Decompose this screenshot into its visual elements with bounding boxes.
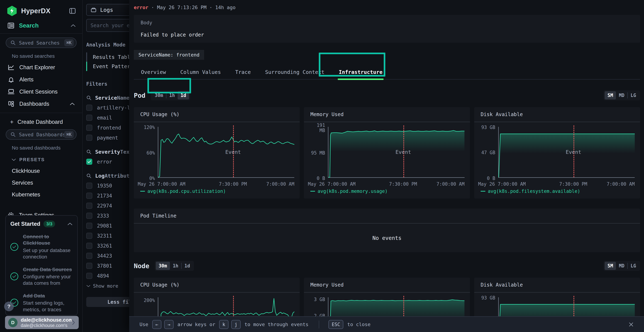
chevron-up-icon[interactable] bbox=[67, 222, 73, 226]
filter-option[interactable]: 19350 bbox=[86, 182, 129, 189]
filter-group-header[interactable]: SeverityText bbox=[86, 149, 129, 155]
sidebar: HyperDX Search Saved Searches ⌘K No save… bbox=[0, 0, 83, 332]
tab-overview[interactable]: Overview bbox=[134, 66, 173, 79]
filter-option[interactable]: 29081 bbox=[86, 222, 129, 229]
filter-option[interactable]: artillery-loa bbox=[86, 104, 129, 111]
get-started-item-subtitle: Configure where your data comes from bbox=[23, 274, 73, 286]
preset-item-clickhouse[interactable]: ClickHouse bbox=[12, 168, 82, 174]
event-marker-label: Event bbox=[396, 149, 411, 155]
preset-item-services[interactable]: Services bbox=[12, 180, 82, 186]
checkbox-unchecked[interactable] bbox=[86, 263, 92, 269]
pod-range-1h-button[interactable]: 1h bbox=[166, 91, 178, 100]
sidebar-item-client-sessions[interactable]: Client Sessions bbox=[0, 86, 82, 97]
less-filters-button[interactable]: Less fil bbox=[86, 297, 129, 307]
saved-dashboards-input[interactable]: Saved Dashboards ⌘K bbox=[6, 129, 76, 140]
analysis-mode-event-patterns[interactable]: Event Patterns bbox=[86, 62, 129, 71]
checkbox-unchecked[interactable] bbox=[86, 233, 92, 239]
source-select[interactable]: Logs bbox=[86, 4, 129, 16]
show-more-button[interactable]: Show more bbox=[86, 283, 129, 289]
get-started-item[interactable]: Connect to ClickHouseSet up your databas… bbox=[10, 234, 73, 260]
node-range-1h-button[interactable]: 1h bbox=[170, 262, 181, 270]
checkbox-unchecked[interactable] bbox=[86, 213, 92, 219]
collapse-panel-icon[interactable] bbox=[69, 8, 76, 14]
pod-size-md-button[interactable]: MD bbox=[616, 91, 627, 100]
hint-text: to move through events bbox=[244, 322, 308, 327]
filter-option[interactable]: 34423 bbox=[86, 252, 129, 259]
get-started-progress-badge: 3/3 bbox=[44, 220, 55, 227]
node-range-1d-button[interactable]: 1d bbox=[182, 262, 193, 270]
get-started-item[interactable]: Create Data SourcesConfigure where your … bbox=[10, 266, 73, 286]
laptop-icon bbox=[8, 88, 15, 95]
help-button[interactable]: ? bbox=[4, 302, 14, 311]
event-search-input[interactable]: Search your ev bbox=[86, 19, 129, 32]
sidebar-item-chart-explorer[interactable]: Chart Explorer bbox=[0, 62, 82, 72]
pod-range-1d-button[interactable]: 1d bbox=[178, 91, 189, 100]
pod-timeline-empty-state: No events bbox=[134, 224, 640, 252]
sidebar-item-dashboards[interactable]: Dashboards bbox=[0, 99, 82, 109]
tab-trace[interactable]: Trace bbox=[228, 66, 258, 79]
checkbox-unchecked[interactable] bbox=[86, 125, 92, 131]
body-label: Body bbox=[140, 20, 633, 26]
create-dashboard-button[interactable]: + Create Dashboard bbox=[10, 118, 82, 126]
filter-option[interactable]: payment bbox=[86, 134, 129, 141]
close-icon[interactable] bbox=[628, 322, 634, 327]
filter-option[interactable]: 2333 bbox=[86, 212, 129, 219]
tab-infrastructure[interactable]: Infrastructure bbox=[332, 66, 390, 79]
x-axis-labels: May 26 7:00:00 AM7:30:00 PM7:00:00 AM bbox=[134, 180, 300, 188]
service-name-chip[interactable]: ServiceName: frontend bbox=[134, 50, 204, 60]
checkbox-unchecked[interactable] bbox=[86, 135, 92, 141]
filter-option[interactable]: 37801 bbox=[86, 262, 129, 269]
filter-option[interactable]: error bbox=[86, 158, 129, 165]
filter-option[interactable]: 32311 bbox=[86, 232, 129, 239]
node-size-md-button[interactable]: MD bbox=[616, 262, 627, 270]
checkbox-unchecked[interactable] bbox=[86, 115, 92, 121]
get-started-item[interactable]: Add DataStart sending logs, metrics, or … bbox=[10, 293, 73, 313]
analysis-mode-label: Results Table bbox=[93, 52, 129, 62]
sidebar-item-label: Search bbox=[19, 22, 70, 29]
x-axis-tick: 7:00:00 AM bbox=[436, 182, 464, 187]
pod-chart-size-group: SMMDLG bbox=[604, 90, 640, 100]
checkbox-unchecked[interactable] bbox=[86, 183, 92, 189]
pod-size-lg-button[interactable]: LG bbox=[628, 91, 639, 100]
checkbox-unchecked[interactable] bbox=[86, 203, 92, 209]
filter-option[interactable]: frontend bbox=[86, 124, 129, 131]
event-body-card: Body Failed to place order bbox=[134, 15, 640, 43]
checkbox-unchecked[interactable] bbox=[86, 223, 92, 229]
filter-option[interactable]: 33261 bbox=[86, 242, 129, 249]
analysis-mode-results-table[interactable]: Results Table bbox=[86, 52, 129, 62]
pod-range-30m-button[interactable]: 30m bbox=[152, 91, 166, 100]
tab-surrounding-context[interactable]: Surrounding Context bbox=[258, 66, 332, 79]
chart-plot-area: Event bbox=[498, 127, 635, 178]
filter-group-header[interactable]: LogAttributes bbox=[86, 173, 129, 179]
preset-item-kubernetes[interactable]: Kubernetes bbox=[12, 192, 82, 198]
node-size-sm-button[interactable]: SM bbox=[605, 262, 616, 270]
filter-option[interactable]: 4894 bbox=[86, 272, 129, 279]
checkbox-unchecked[interactable] bbox=[86, 273, 92, 279]
sidebar-item-search[interactable]: Search bbox=[0, 21, 82, 30]
tab-column-values[interactable]: Column Values bbox=[173, 66, 228, 79]
chevron-up-icon[interactable] bbox=[70, 24, 76, 27]
sidebar-item-alerts[interactable]: Alerts bbox=[0, 74, 82, 85]
node-size-lg-button[interactable]: LG bbox=[628, 262, 639, 270]
user-account-chip[interactable]: D dale@clickhouse.com dale@clickhouse.co… bbox=[5, 316, 79, 329]
checkbox-unchecked[interactable] bbox=[86, 193, 92, 199]
saved-dashboards-placeholder: Saved Dashboards bbox=[19, 132, 64, 138]
filter-option[interactable]: 21734 bbox=[86, 192, 129, 199]
pod-size-sm-button[interactable]: SM bbox=[605, 91, 616, 100]
filters-label: Filters bbox=[86, 81, 129, 87]
saved-searches-input[interactable]: Saved Searches ⌘K bbox=[6, 38, 76, 48]
less-filters-label: Less fil bbox=[108, 299, 129, 305]
filter-group-header[interactable]: ServiceName bbox=[86, 95, 129, 101]
chevron-down-icon bbox=[12, 158, 16, 161]
user-email: dale@clickhouse.com bbox=[21, 317, 72, 323]
checkbox-unchecked[interactable] bbox=[86, 253, 92, 259]
checkbox-unchecked[interactable] bbox=[86, 105, 92, 111]
checkbox-unchecked[interactable] bbox=[86, 243, 92, 249]
presets-toggle[interactable]: PRESETS bbox=[12, 157, 82, 162]
filter-option[interactable]: email bbox=[86, 114, 129, 121]
y-axis-tick: 95 MB bbox=[311, 150, 325, 156]
node-range-30m-button[interactable]: 30m bbox=[156, 262, 170, 270]
checkbox-checked[interactable] bbox=[86, 159, 92, 165]
filter-group-logattributes: LogAttributes193502173422974233329081323… bbox=[86, 173, 129, 289]
filter-option[interactable]: 22974 bbox=[86, 202, 129, 209]
